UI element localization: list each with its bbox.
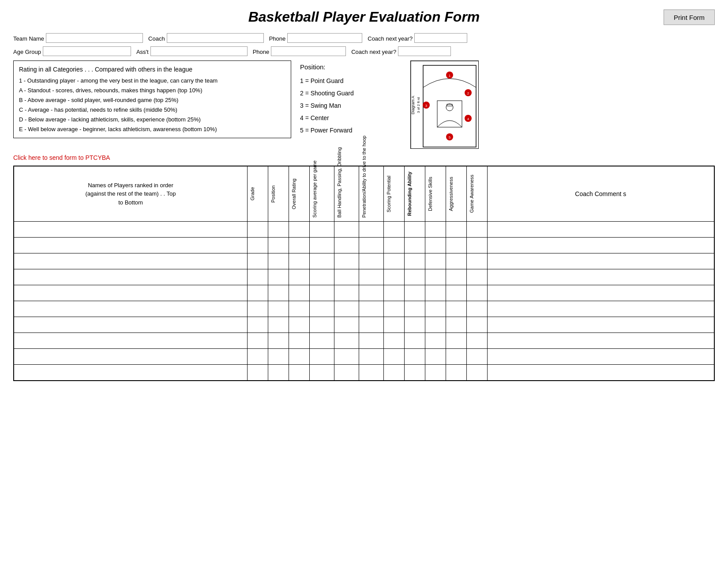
player-name-input-9[interactable] — [14, 365, 247, 380]
game-awareness-input-8[interactable] — [467, 349, 487, 364]
coach-comments-cell-3[interactable] — [487, 269, 714, 285]
game-awareness-input-2[interactable] — [467, 253, 487, 269]
rebounding-input-9[interactable] — [405, 365, 425, 380]
defensive-cell-3[interactable] — [425, 269, 446, 285]
player-name-cell-8[interactable] — [14, 349, 248, 365]
game-awareness-cell-7[interactable] — [466, 333, 487, 349]
scoring-potential-input-4[interactable] — [384, 285, 404, 301]
overall-input-0[interactable] — [289, 222, 309, 237]
penetration-input-6[interactable] — [359, 317, 383, 333]
aggressiveness-cell-9[interactable] — [446, 365, 466, 381]
penetration-cell-8[interactable] — [359, 349, 383, 365]
position-cell-2[interactable] — [268, 253, 289, 269]
position-input-0[interactable] — [268, 222, 289, 237]
player-name-input-6[interactable] — [14, 317, 247, 333]
scoring-avg-input-7[interactable] — [310, 333, 334, 348]
scoring-potential-cell-2[interactable] — [383, 253, 404, 269]
grade-input-2[interactable] — [248, 253, 268, 269]
scoring-potential-cell-4[interactable] — [383, 285, 404, 301]
grade-input-3[interactable] — [248, 269, 268, 285]
aggressiveness-cell-5[interactable] — [446, 301, 466, 317]
ball-handling-cell-9[interactable] — [334, 365, 359, 381]
aggressiveness-input-4[interactable] — [446, 285, 466, 301]
game-awareness-cell-4[interactable] — [466, 285, 487, 301]
penetration-cell-9[interactable] — [359, 365, 383, 381]
grade-input-0[interactable] — [248, 222, 268, 237]
scoring-potential-input-8[interactable] — [384, 349, 404, 364]
scoring-potential-cell-8[interactable] — [383, 349, 404, 365]
rebounding-input-3[interactable] — [405, 269, 425, 285]
ball-handling-input-6[interactable] — [334, 317, 359, 333]
penetration-input-1[interactable] — [359, 238, 383, 253]
ball-handling-cell-8[interactable] — [334, 349, 359, 365]
player-name-cell-2[interactable] — [14, 253, 248, 269]
overall-input-7[interactable] — [289, 333, 309, 348]
game-awareness-cell-6[interactable] — [466, 317, 487, 333]
defensive-cell-6[interactable] — [425, 317, 446, 333]
scoring-avg-input-0[interactable] — [310, 222, 334, 237]
defensive-input-1[interactable] — [425, 238, 446, 253]
phone-input[interactable] — [287, 33, 362, 43]
coach-comments-cell-4[interactable] — [487, 285, 714, 301]
ball-handling-input-3[interactable] — [334, 269, 359, 285]
scoring-avg-input-6[interactable] — [310, 317, 334, 333]
coach-comments-input-6[interactable] — [488, 317, 714, 333]
coach-comments-cell-2[interactable] — [487, 253, 714, 269]
rebounding-cell-7[interactable] — [404, 333, 425, 349]
aggressiveness-input-9[interactable] — [446, 365, 466, 380]
grade-cell-6[interactable] — [248, 317, 268, 333]
game-awareness-input-3[interactable] — [467, 269, 487, 285]
penetration-cell-6[interactable] — [359, 317, 383, 333]
rebounding-cell-9[interactable] — [404, 365, 425, 381]
scoring-avg-input-8[interactable] — [310, 349, 334, 364]
overall-input-3[interactable] — [289, 269, 309, 285]
penetration-input-4[interactable] — [359, 285, 383, 301]
aggressiveness-cell-6[interactable] — [446, 317, 466, 333]
penetration-input-3[interactable] — [359, 269, 383, 285]
player-name-cell-9[interactable] — [14, 365, 248, 381]
ball-handling-input-4[interactable] — [334, 285, 359, 301]
position-cell-0[interactable] — [268, 222, 289, 238]
position-input-8[interactable] — [268, 349, 289, 364]
grade-cell-4[interactable] — [248, 285, 268, 301]
defensive-cell-8[interactable] — [425, 349, 446, 365]
coach-comments-input-3[interactable] — [488, 269, 714, 285]
overall-input-2[interactable] — [289, 253, 309, 269]
ball-handling-input-8[interactable] — [334, 349, 359, 364]
grade-cell-3[interactable] — [248, 269, 268, 285]
overall-cell-3[interactable] — [289, 269, 310, 285]
ball-handling-cell-1[interactable] — [334, 238, 359, 253]
scoring-avg-cell-1[interactable] — [310, 238, 334, 253]
position-cell-9[interactable] — [268, 365, 289, 381]
coach-input[interactable] — [167, 33, 264, 43]
player-name-input-3[interactable] — [14, 269, 247, 285]
defensive-cell-4[interactable] — [425, 285, 446, 301]
scoring-potential-cell-6[interactable] — [383, 317, 404, 333]
rebounding-cell-6[interactable] — [404, 317, 425, 333]
penetration-cell-1[interactable] — [359, 238, 383, 253]
coach-comments-input-0[interactable] — [488, 222, 714, 237]
ball-handling-cell-7[interactable] — [334, 333, 359, 349]
coach-comments-cell-0[interactable] — [487, 222, 714, 238]
rebounding-cell-3[interactable] — [404, 269, 425, 285]
position-input-6[interactable] — [268, 317, 289, 333]
scoring-potential-input-3[interactable] — [384, 269, 404, 285]
penetration-cell-5[interactable] — [359, 301, 383, 317]
scoring-potential-input-0[interactable] — [384, 222, 404, 237]
position-cell-5[interactable] — [268, 301, 289, 317]
coach-comments-cell-9[interactable] — [487, 365, 714, 381]
scoring-potential-cell-1[interactable] — [383, 238, 404, 253]
scoring-avg-cell-6[interactable] — [310, 317, 334, 333]
grade-input-4[interactable] — [248, 285, 268, 301]
defensive-cell-1[interactable] — [425, 238, 446, 253]
player-name-input-8[interactable] — [14, 349, 247, 364]
scoring-avg-input-3[interactable] — [310, 269, 334, 285]
scoring-avg-cell-7[interactable] — [310, 333, 334, 349]
grade-cell-8[interactable] — [248, 349, 268, 365]
scoring-potential-input-6[interactable] — [384, 317, 404, 333]
ball-handling-cell-0[interactable] — [334, 222, 359, 238]
player-name-cell-0[interactable] — [14, 222, 248, 238]
overall-cell-0[interactable] — [289, 222, 310, 238]
ball-handling-cell-5[interactable] — [334, 301, 359, 317]
penetration-input-7[interactable] — [359, 333, 383, 348]
